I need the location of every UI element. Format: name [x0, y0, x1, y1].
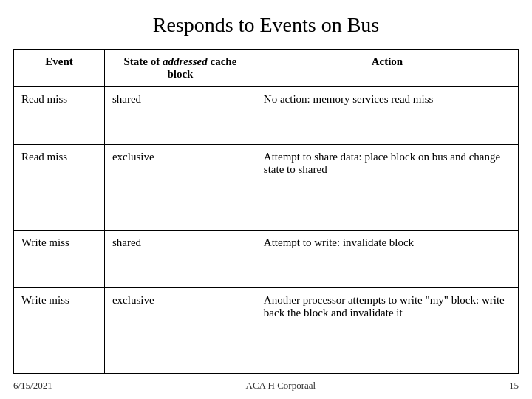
footer-page: 15 [509, 380, 519, 392]
header-event: Event [14, 50, 105, 87]
cell-action: Another processor attempts to write "my"… [256, 287, 518, 373]
cell-state: shared [104, 230, 256, 287]
main-table: Event State of addressed cache block Act… [13, 49, 519, 374]
cell-state: shared [104, 87, 256, 145]
cell-action: Attempt to write: invalidate block [256, 230, 518, 287]
cell-action: Attempt to share data: place block on bu… [256, 144, 518, 230]
header-state: State of addressed cache block [104, 50, 256, 87]
footer-date: 6/15/2021 [13, 380, 52, 392]
page: Responds to Events on Bus Event State of… [0, 0, 532, 399]
header-action: Action [256, 50, 518, 87]
table-header-row: Event State of addressed cache block Act… [14, 50, 519, 87]
cell-event: Write miss [14, 287, 105, 373]
page-title: Responds to Events on Bus [153, 13, 379, 37]
footer-author: ACA H Corporaal [246, 380, 316, 392]
header-state-italic: addressed [163, 55, 208, 67]
cell-event: Read miss [14, 87, 105, 145]
cell-event: Read miss [14, 144, 105, 230]
table-row: Write missexclusiveAnother processor att… [14, 287, 519, 373]
table-row: Write misssharedAttempt to write: invali… [14, 230, 519, 287]
cell-state: exclusive [104, 144, 256, 230]
cell-state: exclusive [104, 287, 256, 373]
table-row: Read misssharedNo action: memory service… [14, 87, 519, 145]
footer: 6/15/2021 ACA H Corporaal 15 [13, 380, 519, 392]
table-row: Read missexclusiveAttempt to share data:… [14, 144, 519, 230]
cell-action: No action: memory services read miss [256, 87, 518, 145]
cell-event: Write miss [14, 230, 105, 287]
